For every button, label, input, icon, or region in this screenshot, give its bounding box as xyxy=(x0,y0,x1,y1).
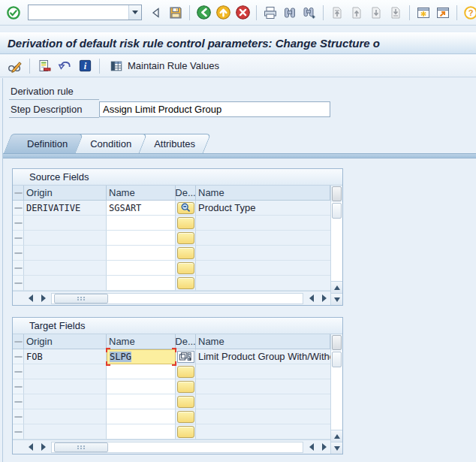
find-next-icon[interactable] xyxy=(300,4,318,22)
scroll-left-icon[interactable] xyxy=(24,293,37,304)
detail-button[interactable] xyxy=(177,411,194,423)
detail-button[interactable] xyxy=(177,426,194,438)
scroll-left-icon[interactable] xyxy=(305,293,318,304)
display-change-icon[interactable] xyxy=(6,57,24,75)
origin-cell xyxy=(24,409,107,424)
new-session-icon[interactable] xyxy=(414,4,432,22)
table-row xyxy=(13,379,330,394)
row-select-button[interactable] xyxy=(14,356,23,358)
enter-icon[interactable] xyxy=(5,4,23,22)
name-cell[interactable] xyxy=(107,261,176,276)
row-select-button[interactable] xyxy=(14,237,23,239)
description-cell xyxy=(196,409,330,424)
name-cell[interactable] xyxy=(107,364,176,379)
name-cell[interactable] xyxy=(107,394,176,409)
table-row xyxy=(13,246,330,261)
previous-page-icon[interactable] xyxy=(348,4,366,22)
maintain-rule-values-button[interactable]: Maintain Rule Values xyxy=(105,56,221,77)
row-select-button[interactable] xyxy=(14,416,23,418)
next-page-icon[interactable] xyxy=(367,4,385,22)
row-select-button[interactable] xyxy=(14,386,23,388)
table-row: DERIVATIVE SGSART Product Type xyxy=(13,201,330,216)
print-icon[interactable] xyxy=(261,4,279,22)
collapse-command-field-icon[interactable] xyxy=(147,4,165,22)
command-dropdown-icon[interactable] xyxy=(128,5,141,20)
description-cell xyxy=(196,246,330,261)
help-icon[interactable]: ? xyxy=(462,4,476,22)
scroll-left-icon[interactable] xyxy=(24,442,37,453)
tab-definition[interactable]: Definition xyxy=(8,134,80,153)
table-row xyxy=(13,364,330,379)
information-icon[interactable]: i xyxy=(76,57,94,75)
scroll-right-icon[interactable] xyxy=(37,442,50,453)
step-description-input[interactable] xyxy=(99,101,330,117)
name-cell[interactable] xyxy=(107,424,176,439)
scroll-up-icon[interactable] xyxy=(331,281,342,293)
row-select-button[interactable] xyxy=(14,401,23,403)
horizontal-scroll-thumb[interactable] xyxy=(54,442,108,452)
delete-entry-icon[interactable] xyxy=(35,57,53,75)
system-toolbar: ? xyxy=(0,0,476,26)
detail-button[interactable] xyxy=(177,232,194,244)
column-header-origin: Origin xyxy=(24,334,107,349)
name-cell[interactable] xyxy=(107,379,176,394)
tab-strip-bar xyxy=(3,153,476,159)
detail-button[interactable] xyxy=(177,217,194,229)
scroll-right-icon[interactable] xyxy=(318,442,330,453)
scroll-up-icon[interactable] xyxy=(331,430,342,442)
description-cell xyxy=(196,394,330,409)
detail-button[interactable] xyxy=(177,247,194,259)
find-icon[interactable] xyxy=(281,4,299,22)
detail-button[interactable] xyxy=(177,396,194,408)
origin-cell xyxy=(24,379,107,394)
exit-icon[interactable] xyxy=(214,4,232,22)
detail-button[interactable] xyxy=(177,381,194,393)
name-cell-focused[interactable]: SLPG xyxy=(107,349,176,364)
vertical-scroll-thumb[interactable] xyxy=(332,352,342,367)
horizontal-scroll-thumb[interactable] xyxy=(54,294,108,303)
name-cell[interactable] xyxy=(107,216,176,231)
table-row xyxy=(13,261,330,276)
create-shortcut-icon[interactable] xyxy=(434,4,452,22)
select-all-button[interactable] xyxy=(14,192,23,194)
detail-button[interactable] xyxy=(177,351,194,363)
name-cell[interactable] xyxy=(107,231,176,246)
column-header-name: Name xyxy=(107,334,176,349)
origin-cell xyxy=(24,424,107,439)
row-select-button[interactable] xyxy=(14,371,23,373)
row-select-button[interactable] xyxy=(14,207,23,209)
name-cell[interactable] xyxy=(107,246,176,261)
toolbar-separator xyxy=(29,59,30,74)
scroll-down-icon[interactable] xyxy=(331,442,342,454)
scroll-left-icon[interactable] xyxy=(305,442,318,453)
back-icon[interactable] xyxy=(194,4,212,22)
detail-button[interactable] xyxy=(177,366,194,378)
row-select-button[interactable] xyxy=(14,431,23,433)
vertical-scroll-thumb[interactable] xyxy=(332,203,342,219)
detail-button[interactable] xyxy=(177,277,194,289)
row-select-button[interactable] xyxy=(14,222,23,224)
name-cell[interactable] xyxy=(107,276,176,291)
undo-icon[interactable] xyxy=(56,57,74,75)
detail-button[interactable] xyxy=(177,202,194,214)
command-field[interactable] xyxy=(28,5,142,20)
horizontal-scrollbar xyxy=(13,291,330,305)
row-select-button[interactable] xyxy=(14,252,23,254)
scroll-down-icon[interactable] xyxy=(331,293,342,305)
table-header-row: Origin Name De... Name xyxy=(13,186,330,201)
row-select-button[interactable] xyxy=(14,267,23,269)
last-page-icon[interactable] xyxy=(387,4,405,22)
detail-button[interactable] xyxy=(177,262,194,274)
save-icon[interactable] xyxy=(167,4,185,22)
table-grid-icon xyxy=(107,57,125,75)
name-cell[interactable] xyxy=(107,409,176,424)
name-cell[interactable]: SGSART xyxy=(107,201,176,216)
select-all-button[interactable] xyxy=(14,341,23,343)
scroll-right-icon[interactable] xyxy=(37,293,50,304)
description-cell xyxy=(196,261,330,276)
first-page-icon[interactable] xyxy=(328,4,346,22)
command-input[interactable] xyxy=(29,5,128,20)
cancel-icon[interactable] xyxy=(233,4,252,22)
row-select-button[interactable] xyxy=(14,282,23,284)
scroll-right-icon[interactable] xyxy=(318,293,330,304)
